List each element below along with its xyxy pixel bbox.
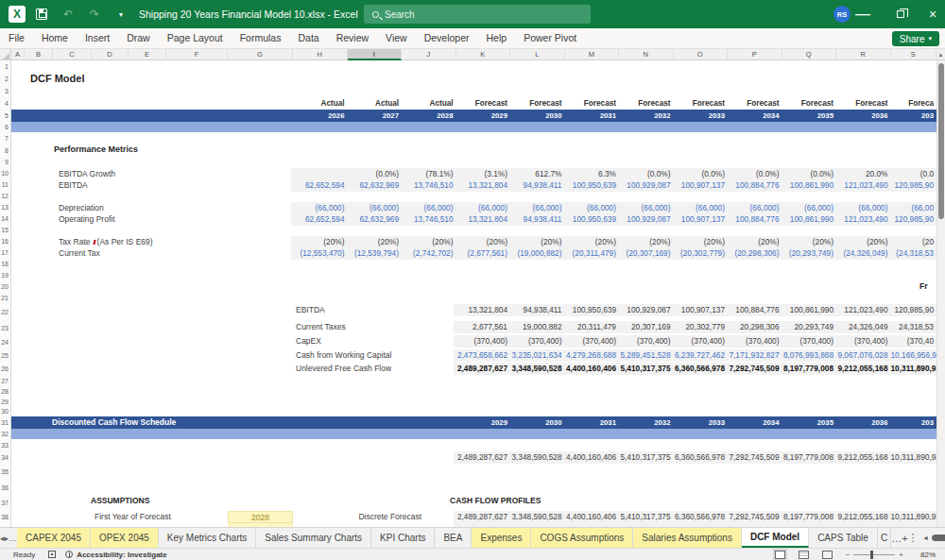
- column-header-N[interactable]: N: [619, 49, 674, 60]
- metric-17-cell[interactable]: (24,326,049): [836, 247, 891, 260]
- year-cell[interactable]: 203: [891, 110, 937, 122]
- sheet-tab-c[interactable]: C: [878, 528, 891, 548]
- column-header-S[interactable]: S: [891, 49, 937, 60]
- fcf-23-cell[interactable]: 19,000,882: [510, 321, 565, 333]
- column-header-F[interactable]: F: [166, 49, 228, 60]
- year-cell[interactable]: 2029: [456, 110, 511, 122]
- column-header-A[interactable]: A: [11, 49, 25, 60]
- fcf-23-cell[interactable]: 20,293,749: [782, 321, 837, 333]
- ribbon-tab-draw[interactable]: Draw: [118, 28, 159, 48]
- metric-14-cell[interactable]: 94,938,411: [510, 213, 565, 226]
- metric-11-cell[interactable]: 100,861,990: [782, 179, 837, 192]
- fcf-25-cell[interactable]: 8,076,993,868: [782, 349, 837, 362]
- column-header-E[interactable]: E: [129, 49, 166, 60]
- dcf-year-cell[interactable]: 2033: [674, 416, 729, 429]
- metric-14-cell[interactable]: 100,884,776: [728, 213, 782, 226]
- cfp-value-cell[interactable]: 6,360,566,978: [674, 511, 729, 523]
- column-header-P[interactable]: P: [728, 49, 782, 60]
- sheet-tab-capex-2045[interactable]: CAPEX 2045: [17, 528, 91, 548]
- share-button[interactable]: Share ▾: [892, 31, 939, 46]
- metric-11-cell[interactable]: 94,938,411: [510, 179, 565, 192]
- metric-14-cell[interactable]: 100,861,990: [782, 213, 837, 226]
- dcf-year-cell[interactable]: 2031: [565, 416, 620, 429]
- row-number-10[interactable]: 10: [0, 168, 10, 179]
- page-layout-view-icon[interactable]: [799, 551, 809, 559]
- row-number-25[interactable]: 25: [0, 349, 10, 363]
- ribbon-tab-review[interactable]: Review: [328, 28, 377, 48]
- year-cell[interactable]: 2026: [293, 110, 348, 122]
- metric-11-cell[interactable]: 13,321,804: [456, 179, 511, 192]
- sheet-tab-key-metrics-charts[interactable]: Key Metrics Charts: [159, 528, 256, 548]
- fcf-26-cell[interactable]: 2,489,287,627: [456, 363, 511, 375]
- year-cell[interactable]: 2028: [402, 110, 456, 122]
- fcf-25-cell[interactable]: 6,239,727,462: [674, 349, 729, 362]
- column-header-Q[interactable]: Q: [782, 49, 837, 60]
- ribbon-tab-formulas[interactable]: Formulas: [232, 28, 290, 48]
- page-break-view-icon[interactable]: [822, 551, 833, 559]
- fcf-22-cell[interactable]: 100,907,137: [674, 304, 729, 316]
- row-number-13[interactable]: 13: [0, 202, 10, 213]
- fcf-23-cell[interactable]: 2,677,561: [456, 321, 511, 333]
- metric-14-cell[interactable]: 100,907,137: [674, 213, 729, 226]
- column-header-H[interactable]: H: [293, 49, 348, 60]
- row-number-34[interactable]: 34: [0, 451, 10, 464]
- period-label-cell[interactable]: Forecast: [782, 97, 837, 110]
- cash-flow-profiles-title[interactable]: CASH FLOW PROFILES: [450, 496, 541, 505]
- cfp-value-cell[interactable]: 10,311,890,93: [891, 511, 937, 523]
- fcf-24-cell[interactable]: (370,400): [565, 335, 620, 348]
- sheet-tab-caps-table[interactable]: CAPS Table: [809, 528, 878, 548]
- cfp-value-cell[interactable]: 9,212,055,168: [836, 511, 891, 523]
- metric-17-cell[interactable]: (19,000,882): [510, 247, 565, 260]
- fcf-23-cell[interactable]: 20,298,306: [728, 321, 782, 333]
- period-label-cell[interactable]: Actual: [402, 97, 456, 110]
- metric-17-cell[interactable]: (12,553,470): [293, 247, 348, 260]
- dcf-year-cell[interactable]: 203: [891, 416, 937, 429]
- dcf-value-cell[interactable]: 2,489,287,627: [456, 451, 511, 464]
- first-year-of-forecast-label[interactable]: First Year of Forecast: [94, 511, 171, 523]
- fcf-23-cell[interactable]: 20,311,479: [565, 321, 620, 333]
- zoom-slider-thumb[interactable]: [870, 551, 873, 559]
- dcf-year-cell[interactable]: 2034: [728, 416, 782, 429]
- period-label-cell[interactable]: Forecast: [456, 97, 511, 110]
- year-cell[interactable]: 2031: [565, 110, 620, 122]
- column-header-I[interactable]: I: [348, 49, 403, 60]
- metric-11-cell[interactable]: 100,929,087: [619, 179, 674, 192]
- cfp-value-cell[interactable]: 3,348,590,528: [510, 511, 565, 523]
- cfp-value-cell[interactable]: 4,400,160,406: [565, 511, 620, 523]
- tab-options-kebab-icon[interactable]: ⋮: [908, 528, 919, 548]
- metric-11-cell[interactable]: 62,652,594: [293, 179, 348, 192]
- dcf-year-cell[interactable]: 2032: [619, 416, 674, 429]
- fcf-26-cell[interactable]: 3,348,590,528: [510, 363, 565, 375]
- vertical-scrollbar[interactable]: [936, 60, 945, 527]
- accessibility-status[interactable]: Accessibility: Investigate: [77, 551, 167, 559]
- fcf-25-cell[interactable]: 3,235,021,634: [510, 349, 565, 362]
- metric-label[interactable]: Operating Profit: [59, 213, 115, 226]
- row-number-32[interactable]: 32: [0, 429, 10, 439]
- row-number-8[interactable]: 8: [0, 144, 10, 157]
- forecast-type-value[interactable]: Discrete Forecast: [327, 511, 421, 523]
- fcf-label[interactable]: Current Taxes: [296, 321, 346, 333]
- column-header-R[interactable]: R: [836, 49, 891, 60]
- normal-view-icon[interactable]: [775, 551, 785, 559]
- period-label-cell[interactable]: Forecast: [510, 97, 565, 110]
- period-label-cell[interactable]: Forecast: [674, 97, 729, 110]
- row-number-12[interactable]: 12: [0, 191, 10, 202]
- fcf-25-cell[interactable]: 7,171,932,827: [728, 349, 782, 362]
- year-cell[interactable]: 2034: [728, 110, 782, 122]
- column-header-G[interactable]: G: [228, 49, 293, 60]
- row-number-15[interactable]: 15: [0, 225, 10, 236]
- year-cell[interactable]: 2032: [619, 110, 674, 122]
- search-box[interactable]: Search: [364, 5, 591, 24]
- sheet-tab-sales-summary-charts[interactable]: Sales Summary Charts: [256, 528, 371, 548]
- row-number-31[interactable]: 31: [0, 416, 10, 429]
- fcf-22-cell[interactable]: 100,950,639: [565, 304, 620, 316]
- fcf-24-cell[interactable]: (370,400): [619, 335, 674, 348]
- zoom-slider[interactable]: [853, 554, 895, 555]
- metric-11-cell[interactable]: 100,950,639: [565, 179, 620, 192]
- row-number-5[interactable]: 5: [0, 110, 10, 122]
- ribbon-tab-page-layout[interactable]: Page Layout: [159, 28, 232, 48]
- metric-11-cell[interactable]: 13,746,510: [402, 179, 456, 192]
- period-label-cell[interactable]: Actual: [348, 97, 403, 110]
- row-number-38[interactable]: 38: [0, 511, 10, 523]
- dcf-value-cell[interactable]: 4,400,160,406: [565, 451, 620, 464]
